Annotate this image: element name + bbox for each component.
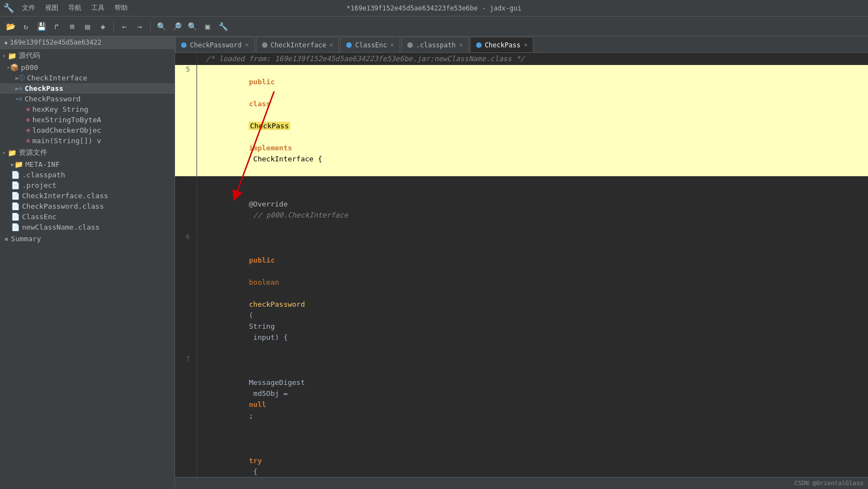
tree-item-loadchecker[interactable]: ⊛ loadCheckerObjec: [0, 125, 174, 135]
source-folder-icon: 📁: [8, 52, 17, 60]
tree-item-checkinterface-class[interactable]: 📄 CheckInterface.class: [0, 191, 174, 201]
tab-close-checkinterface[interactable]: ×: [330, 41, 334, 48]
titlebar: 🔧 文件 视图 导航 工具 帮助 *169e139f152e45d5ae6342…: [0, 0, 868, 17]
tree-label-checkpass: CheckPass: [25, 84, 63, 93]
open-folder-btn[interactable]: 📂: [3, 19, 18, 34]
tab-checkpassword[interactable]: CheckPassword ×: [175, 37, 255, 52]
tree-item-checkpass[interactable]: ▶ ⊙ CheckPass: [0, 83, 174, 94]
tab-label-checkinterface: CheckInterface: [271, 41, 326, 49]
tree-item-summary[interactable]: ▪ Summary: [0, 233, 174, 244]
code-row-override: @Override // p000.CheckInterface: [175, 176, 868, 232]
menu-bar: 文件 视图 导航 工具 帮助: [0, 2, 132, 14]
export-btn[interactable]: ↱: [50, 19, 64, 34]
search-prev-btn[interactable]: 🔍: [185, 19, 199, 34]
tab-close-classenc[interactable]: ×: [390, 41, 394, 48]
field-icon-hexkey: ⊛: [26, 106, 30, 113]
toolbar: 📂 ↻ 💾 ↱ ⊞ ▤ ◈ ← → 🔍 🔎 🔍 ▣ 🔧: [0, 17, 868, 36]
settings-btn[interactable]: 🔧: [216, 19, 230, 34]
footer: CSDN @OrientalGlass: [175, 477, 868, 489]
toolbar-sep-1: [113, 21, 114, 32]
tab-icon-checkpass: [476, 42, 482, 48]
classfile-icon-cpw: 📄: [11, 202, 20, 210]
smali-btn[interactable]: ◈: [96, 19, 110, 34]
tab-checkpass[interactable]: CheckPass ×: [470, 37, 534, 52]
package-icon: 📦: [10, 63, 19, 72]
tree-item-hexkey[interactable]: ⊛ hexKey String: [0, 104, 174, 115]
flat-btn[interactable]: ▤: [80, 19, 95, 34]
tree-item-checkpassword-class[interactable]: 📄 CheckPassword.class: [0, 201, 174, 211]
code-row-6: 6 public boolean checkPassword ( String …: [175, 232, 868, 355]
tab-close-classpath[interactable]: ×: [459, 41, 463, 48]
tree-label-summary: Summary: [11, 235, 41, 243]
save-btn[interactable]: 💾: [34, 19, 48, 34]
classfile-icon-ncn: 📄: [11, 223, 20, 231]
file-comment: /* loaded from: 169e139f152e45d5ae634223…: [206, 55, 525, 63]
file-icon-classpath: 📄: [11, 171, 20, 179]
tree-item-checkinterface[interactable]: ▶ ⓘ CheckInterface: [0, 73, 174, 83]
tree-label-checkpassword: CheckPassword: [25, 95, 81, 103]
code-editor[interactable]: /* loaded from: 169e139f152e45d5ae634223…: [175, 53, 868, 477]
tab-checkinterface[interactable]: CheckInterface ×: [256, 37, 340, 52]
tree-label-metainf: META-INF: [25, 160, 60, 169]
file-icon-project: 📄: [11, 181, 20, 189]
tree-item-newclassname[interactable]: 📄 newClassName.class: [0, 222, 174, 232]
tree-label-checkinterface: CheckInterface: [27, 74, 88, 82]
tree-label-classpath: .classpath: [22, 171, 65, 179]
classfile-icon-enc: 📄: [11, 213, 20, 221]
main-layout: ▪ 169e139f152e45d5ae63422 ▾ 📁 源代码 ▾ 📦 p0…: [0, 36, 868, 489]
source-label: 源代码: [19, 51, 40, 61]
tree-item-hexstringtobytearray[interactable]: ⊛ hexStringToByteA: [0, 115, 174, 125]
method-icon-hex: ⊛: [26, 116, 30, 123]
tree-item-classenc[interactable]: 📄 ClassEnc: [0, 211, 174, 222]
nav-forward-btn[interactable]: →: [133, 19, 147, 34]
tab-classenc[interactable]: ClassEnc ×: [340, 37, 400, 52]
tree-label-project: .project: [22, 181, 57, 189]
tree-label-loadchecker: loadCheckerObjec: [32, 126, 101, 134]
tab-close-checkpassword[interactable]: ×: [245, 41, 249, 48]
sidebar: ▪ 169e139f152e45d5ae63422 ▾ 📁 源代码 ▾ 📦 p0…: [0, 36, 175, 489]
tree-label-main: main(String[]) v: [32, 137, 101, 145]
menu-help[interactable]: 帮助: [110, 2, 132, 14]
menu-nav[interactable]: 导航: [64, 2, 86, 14]
tree-item-checkpassword[interactable]: ▾ ⊙ CheckPassword: [0, 94, 174, 104]
resource-folder-icon: 📁: [8, 149, 17, 157]
refresh-btn[interactable]: ↻: [19, 19, 33, 34]
sidebar-root-icon: ▪: [4, 40, 8, 46]
tree-item-classpath[interactable]: 📄 .classpath: [0, 170, 174, 180]
tree-item-p000[interactable]: ▾ 📦 p000: [0, 62, 174, 73]
tab-icon-checkinterface: [262, 42, 268, 48]
tree-item-project[interactable]: 📄 .project: [0, 180, 174, 191]
code-row-5: 5 public class CheckPass implements Chec…: [175, 65, 868, 176]
tree-label-cpw-class: CheckPassword.class: [22, 202, 104, 210]
watermark: CSDN @OrientalGlass: [794, 480, 864, 487]
code-area: CheckPassword × CheckInterface × ClassEn…: [175, 36, 868, 489]
sidebar-section-source[interactable]: ▾ 📁 源代码: [0, 49, 174, 62]
window-title: *169e139f152e45d5ae634223fe53e6be - jadx…: [347, 4, 522, 12]
sidebar-section-resources[interactable]: ▾ 📁 资源文件: [0, 146, 174, 159]
tree-label-hexkey: hexKey String: [32, 105, 89, 113]
tab-close-checkpass[interactable]: ×: [524, 41, 528, 48]
tree-item-metainf[interactable]: ▶ 📁 META-INF: [0, 159, 174, 170]
tab-label-checkpassword: CheckPassword: [190, 41, 242, 49]
menu-file[interactable]: 文件: [18, 2, 40, 14]
nav-back-btn[interactable]: ←: [117, 19, 132, 34]
sidebar-root[interactable]: ▪ 169e139f152e45d5ae63422: [0, 36, 174, 49]
classfile-icon-ci: 📄: [11, 192, 20, 200]
tree-label-hexstring: hexStringToByteA: [32, 116, 101, 124]
code-row-try: try {: [175, 433, 868, 477]
sidebar-root-label: 169e139f152e45d5ae63422: [10, 39, 101, 46]
tab-classpath[interactable]: .classpath ×: [401, 37, 469, 52]
tree-item-main[interactable]: ⊛ main(String[]) v: [0, 135, 174, 146]
code-row-comment: /* loaded from: 169e139f152e45d5ae634223…: [175, 53, 868, 65]
menu-view[interactable]: 视图: [41, 2, 63, 14]
window-btn[interactable]: ▣: [200, 19, 215, 34]
search-btn[interactable]: 🔍: [154, 19, 168, 34]
tab-icon-classenc: [346, 42, 352, 48]
decompile-btn[interactable]: ⊞: [65, 19, 79, 34]
tab-icon-checkpassword: [181, 42, 187, 48]
tree-label-p000: p000: [21, 63, 38, 72]
search-next-btn[interactable]: 🔎: [170, 19, 184, 34]
class-icon-checkpassword: ⊙: [19, 95, 23, 102]
code-row-7: 7 MessageDigest md5Obj = null ;: [175, 355, 868, 433]
menu-tools[interactable]: 工具: [87, 2, 109, 14]
